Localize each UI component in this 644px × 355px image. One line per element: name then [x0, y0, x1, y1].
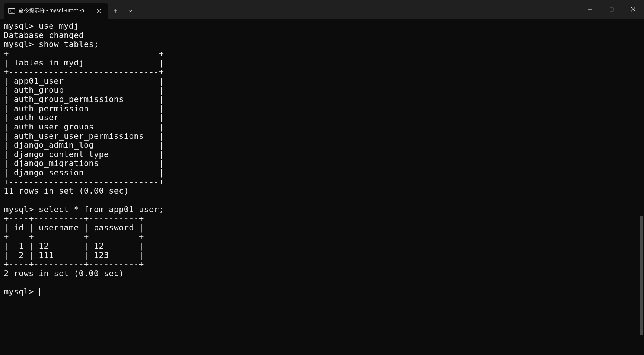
tab-close-button[interactable] [95, 7, 103, 15]
titlebar-drag-region[interactable] [138, 0, 579, 19]
tab-strip: >_ 命令提示符 - mysql -uroot -p [0, 0, 138, 19]
svg-rect-3 [610, 8, 613, 11]
terminal-output[interactable]: mysql> use mydj Database changed mysql> … [0, 19, 644, 355]
vertical-scrollbar[interactable] [639, 19, 644, 355]
maximize-button[interactable] [601, 0, 622, 19]
text-cursor [39, 288, 40, 296]
tab-title: 命令提示符 - mysql -uroot -p [19, 7, 91, 14]
close-button[interactable] [622, 0, 644, 19]
svg-text:>_: >_ [9, 9, 13, 13]
titlebar: >_ 命令提示符 - mysql -uroot -p [0, 0, 644, 19]
cmd-icon: >_ [8, 7, 15, 14]
tab-active[interactable]: >_ 命令提示符 - mysql -uroot -p [4, 3, 108, 19]
window-controls [579, 0, 644, 19]
new-tab-button[interactable] [108, 3, 123, 19]
minimize-button[interactable] [579, 0, 601, 19]
tab-dropdown-button[interactable] [123, 3, 138, 19]
terminal-viewport: mysql> use mydj Database changed mysql> … [0, 19, 644, 355]
scrollbar-thumb[interactable] [640, 216, 643, 335]
